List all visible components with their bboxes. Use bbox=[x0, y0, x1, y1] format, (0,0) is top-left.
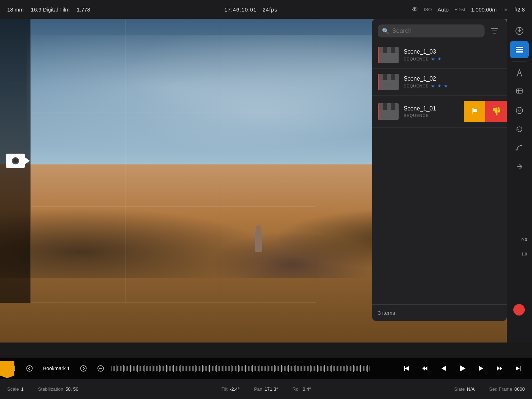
back-icon bbox=[26, 365, 33, 372]
action-buttons: ⚑ 👎 bbox=[464, 101, 507, 122]
next-button[interactable] bbox=[473, 361, 489, 376]
skip-end-icon bbox=[515, 365, 522, 372]
svg-marker-25 bbox=[425, 366, 427, 371]
fps: 24fps bbox=[262, 6, 278, 13]
focal-length: 18 mm bbox=[7, 6, 24, 13]
tilt-label: Tilt bbox=[221, 386, 228, 392]
shield-icon bbox=[516, 87, 523, 96]
dislike-button[interactable]: 👎 bbox=[485, 101, 507, 122]
bookmark-minus-button[interactable] bbox=[94, 362, 107, 375]
skip-end-button[interactable] bbox=[510, 361, 526, 376]
flag-button[interactable]: ⚑ bbox=[464, 101, 485, 122]
sidebar-icon-person[interactable] bbox=[510, 64, 529, 82]
scale-value: 1 bbox=[21, 386, 24, 392]
sidebar-icon-circle[interactable]: 0 bbox=[510, 102, 529, 119]
clapper-body bbox=[379, 53, 399, 63]
sequence-type: SEQUENCE bbox=[404, 113, 464, 118]
sidebar-icon-curve[interactable] bbox=[510, 139, 529, 157]
hud-right: 👁 ISO Auto FDist 1,000.00m Iris f/2.8 bbox=[412, 6, 525, 13]
stabilization-label: Stabilization bbox=[38, 386, 63, 392]
sidebar-icon-sequence[interactable] bbox=[510, 41, 529, 58]
next-fast-button[interactable] bbox=[492, 361, 508, 376]
sequence-thumbnail bbox=[378, 103, 399, 120]
svg-marker-22 bbox=[404, 366, 405, 371]
roll-value: 0.4° bbox=[303, 386, 311, 392]
sequence-item[interactable]: Scene_1_01 SEQUENCE ⚑ 👎 bbox=[372, 96, 507, 128]
svg-text:0: 0 bbox=[518, 108, 520, 113]
clapper-body bbox=[379, 110, 399, 120]
svg-rect-27 bbox=[445, 366, 446, 371]
bookmark-icon-indicator bbox=[0, 361, 14, 378]
clapper-top bbox=[379, 103, 399, 110]
slate-value: N/A bbox=[467, 386, 475, 392]
svg-rect-34 bbox=[520, 366, 520, 371]
roll-label: Roll bbox=[293, 386, 301, 392]
status-slate: Slate N/A bbox=[454, 386, 474, 392]
skip-start-button[interactable] bbox=[398, 361, 414, 376]
sequence-item[interactable]: Scene_1_02 SEQUENCE ★ ★ ★ bbox=[372, 69, 507, 96]
person-icon bbox=[515, 69, 523, 77]
sequence-name: Scene_1_02 bbox=[404, 76, 501, 82]
fdist-value: 1,000.00m bbox=[471, 6, 497, 13]
clapper-top bbox=[379, 74, 399, 80]
status-seq-frame: Seq Frame 0000 bbox=[489, 386, 525, 392]
timeline-scrubber[interactable]: (function() { var scrubber = document.ge… bbox=[111, 365, 394, 372]
filter-button[interactable] bbox=[488, 24, 501, 37]
minus-circle-icon bbox=[97, 365, 104, 372]
svg-rect-11 bbox=[517, 89, 522, 93]
sequence-item[interactable]: Scene_1_03 SEQUENCE ★ ★ bbox=[372, 42, 507, 69]
red-indicator bbox=[513, 304, 525, 316]
sidebar-icon-shield[interactable] bbox=[510, 83, 529, 100]
focal-ratio: 1.778 bbox=[77, 6, 90, 13]
status-roll: Roll 0.4° bbox=[293, 386, 311, 392]
bookmark-label: Bookmark 1 bbox=[40, 366, 73, 371]
sequence-info: Scene_1_01 SEQUENCE bbox=[404, 105, 464, 118]
bookmark-back-button[interactable] bbox=[23, 362, 36, 375]
bookmark-forward-button[interactable] bbox=[77, 362, 90, 375]
tilt-value: -2.4° bbox=[230, 386, 240, 392]
sequence-name: Scene_1_01 bbox=[404, 105, 464, 112]
search-input[interactable] bbox=[392, 27, 480, 35]
seq-frame-label: Seq Frame bbox=[489, 386, 512, 392]
sequence-thumbnail bbox=[378, 74, 399, 90]
iso-label: ISO bbox=[424, 7, 432, 12]
search-bar: 🔍 bbox=[372, 19, 507, 42]
flag-icon: ⚑ bbox=[471, 107, 478, 116]
play-button[interactable] bbox=[454, 361, 470, 376]
star-1: ★ bbox=[431, 56, 435, 62]
sidebar-icon-refresh[interactable] bbox=[510, 121, 529, 138]
expand-icon bbox=[515, 163, 523, 171]
camera-lens bbox=[12, 157, 19, 164]
sidebar-icon-expand[interactable] bbox=[510, 158, 529, 175]
sequence-info: Scene_1_03 SEQUENCE ★ ★ bbox=[404, 49, 501, 62]
prev-icon bbox=[440, 365, 447, 372]
hud-center: 17:46:10:01 24fps bbox=[224, 6, 278, 13]
star-2: ★ bbox=[437, 56, 442, 62]
sidebar-icon-download[interactable] bbox=[510, 22, 529, 40]
svg-rect-6 bbox=[516, 49, 523, 50]
search-input-wrap[interactable]: 🔍 bbox=[378, 24, 485, 37]
status-bar: Scale 1 Stabilization 50, 50 Tilt -2.4° … bbox=[0, 379, 532, 399]
download-icon bbox=[515, 27, 524, 35]
prev-fast-button[interactable] bbox=[417, 361, 433, 376]
circle-icon: 0 bbox=[515, 106, 523, 114]
stabilization-value: 50, 50 bbox=[65, 386, 78, 392]
sequence-panel: 🔍 bbox=[372, 19, 507, 321]
skip-start-icon bbox=[403, 365, 410, 372]
sidebar-separator bbox=[512, 61, 527, 62]
camera-icon-button[interactable] bbox=[0, 19, 31, 303]
fdist-label: FDist bbox=[454, 7, 465, 12]
meerkat-figure bbox=[255, 232, 262, 252]
filter-icon bbox=[491, 28, 499, 34]
iris-label: Iris bbox=[502, 7, 508, 12]
svg-point-19 bbox=[81, 366, 86, 371]
sequence-thumbnail bbox=[378, 47, 399, 63]
svg-marker-23 bbox=[405, 366, 409, 371]
clapper-top bbox=[379, 47, 399, 53]
scroll-value-bottom: 1.0 bbox=[522, 252, 527, 256]
svg-marker-29 bbox=[480, 366, 483, 371]
status-pan: Pan 171.3° bbox=[254, 386, 278, 392]
svg-rect-7 bbox=[516, 51, 523, 53]
prev-button[interactable] bbox=[436, 361, 451, 376]
curve-icon bbox=[515, 144, 523, 152]
